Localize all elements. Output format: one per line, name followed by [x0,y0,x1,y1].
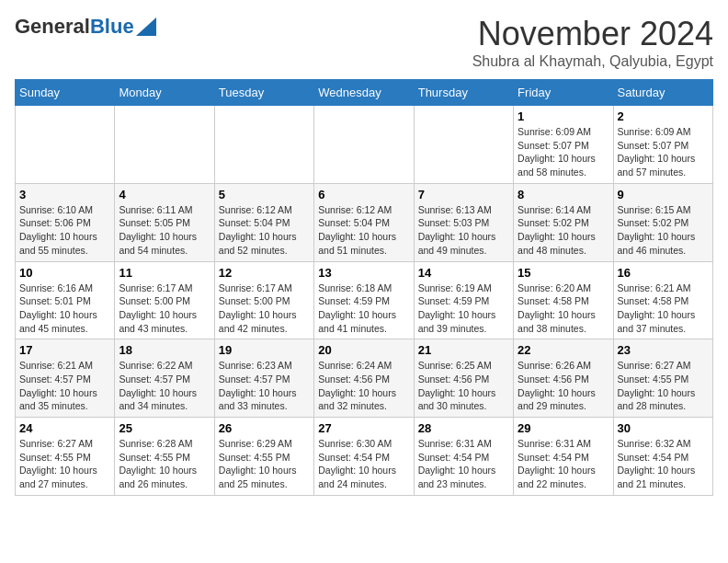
day-number: 19 [219,343,310,357]
day-number: 20 [318,343,409,357]
month-title: November 2024 [472,15,713,53]
calendar-cell: 9Sunrise: 6:15 AM Sunset: 5:02 PM Daylig… [613,183,712,261]
day-number: 15 [518,266,609,280]
day-number: 3 [19,188,110,201]
calendar-cell: 14Sunrise: 6:19 AM Sunset: 4:59 PM Dayli… [414,261,513,339]
calendar-cell: 10Sunrise: 6:16 AM Sunset: 5:01 PM Dayli… [16,261,115,339]
day-info: Sunrise: 6:24 AM Sunset: 4:56 PM Dayligh… [318,359,409,413]
day-info: Sunrise: 6:30 AM Sunset: 4:54 PM Dayligh… [318,437,409,491]
day-info: Sunrise: 6:14 AM Sunset: 5:02 PM Dayligh… [518,203,609,258]
day-number: 9 [618,188,709,201]
day-info: Sunrise: 6:31 AM Sunset: 4:54 PM Dayligh… [418,437,509,491]
day-info: Sunrise: 6:26 AM Sunset: 4:56 PM Dayligh… [518,359,609,413]
location: Shubra al Khaymah, Qalyubia, Egypt [472,53,713,70]
day-info: Sunrise: 6:13 AM Sunset: 5:03 PM Dayligh… [418,203,509,258]
weekday-header: Tuesday [214,80,313,106]
weekday-header: Friday [514,80,613,106]
day-number: 16 [618,266,709,280]
calendar-cell: 7Sunrise: 6:13 AM Sunset: 5:03 PM Daylig… [414,183,513,261]
calendar-cell: 28Sunrise: 6:31 AM Sunset: 4:54 PM Dayli… [414,418,513,496]
day-info: Sunrise: 6:12 AM Sunset: 5:04 PM Dayligh… [318,203,409,258]
day-info: Sunrise: 6:18 AM Sunset: 4:59 PM Dayligh… [318,282,409,336]
day-number: 22 [518,343,609,357]
day-number: 28 [418,421,509,435]
day-info: Sunrise: 6:11 AM Sunset: 5:05 PM Dayligh… [119,203,210,258]
day-number: 8 [518,188,609,201]
day-number: 30 [618,421,709,435]
day-info: Sunrise: 6:31 AM Sunset: 4:54 PM Dayligh… [518,437,609,491]
calendar-cell: 27Sunrise: 6:30 AM Sunset: 4:54 PM Dayli… [314,418,414,496]
calendar-cell: 21Sunrise: 6:25 AM Sunset: 4:56 PM Dayli… [414,339,513,418]
day-number: 26 [219,421,310,435]
logo-icon [136,17,156,36]
day-number: 11 [119,266,210,280]
logo-general: General [15,15,90,39]
day-number: 12 [219,266,310,280]
day-number: 18 [119,343,210,357]
day-info: Sunrise: 6:23 AM Sunset: 4:57 PM Dayligh… [219,359,310,413]
calendar-cell [115,106,214,184]
calendar-cell: 19Sunrise: 6:23 AM Sunset: 4:57 PM Dayli… [214,339,313,418]
day-info: Sunrise: 6:16 AM Sunset: 5:01 PM Dayligh… [19,282,110,336]
calendar-cell: 6Sunrise: 6:12 AM Sunset: 5:04 PM Daylig… [314,183,414,261]
day-number: 14 [418,266,509,280]
day-info: Sunrise: 6:27 AM Sunset: 4:55 PM Dayligh… [19,437,110,491]
calendar-cell: 8Sunrise: 6:14 AM Sunset: 5:02 PM Daylig… [514,183,613,261]
calendar-cell: 12Sunrise: 6:17 AM Sunset: 5:00 PM Dayli… [214,261,313,339]
weekday-header: Monday [115,80,214,106]
day-number: 23 [618,343,709,357]
calendar-cell: 17Sunrise: 6:21 AM Sunset: 4:57 PM Dayli… [16,339,115,418]
calendar-cell: 20Sunrise: 6:24 AM Sunset: 4:56 PM Dayli… [314,339,414,418]
day-info: Sunrise: 6:27 AM Sunset: 4:55 PM Dayligh… [618,359,709,413]
weekday-header: Sunday [16,80,115,106]
day-number: 13 [318,266,409,280]
calendar-week-row: 17Sunrise: 6:21 AM Sunset: 4:57 PM Dayli… [16,339,713,418]
logo: GeneralBlue [15,15,156,39]
day-number: 21 [418,343,509,357]
title-block: November 2024 Shubra al Khaymah, Qalyubi… [472,15,713,70]
day-info: Sunrise: 6:25 AM Sunset: 4:56 PM Dayligh… [418,359,509,413]
day-info: Sunrise: 6:21 AM Sunset: 4:57 PM Dayligh… [19,359,110,413]
day-info: Sunrise: 6:10 AM Sunset: 5:06 PM Dayligh… [19,203,110,258]
day-number: 17 [19,343,110,357]
calendar-cell: 2Sunrise: 6:09 AM Sunset: 5:07 PM Daylig… [613,106,712,184]
calendar-week-row: 24Sunrise: 6:27 AM Sunset: 4:55 PM Dayli… [16,418,713,496]
day-number: 29 [518,421,609,435]
day-info: Sunrise: 6:32 AM Sunset: 4:54 PM Dayligh… [618,437,709,491]
day-number: 27 [318,421,409,435]
calendar-cell [214,106,313,184]
calendar-cell [16,106,115,184]
day-info: Sunrise: 6:09 AM Sunset: 5:07 PM Dayligh… [518,125,609,179]
calendar-cell [314,106,414,184]
calendar-cell: 13Sunrise: 6:18 AM Sunset: 4:59 PM Dayli… [314,261,414,339]
day-number: 6 [318,188,409,201]
day-info: Sunrise: 6:22 AM Sunset: 4:57 PM Dayligh… [119,359,210,413]
calendar-cell: 4Sunrise: 6:11 AM Sunset: 5:05 PM Daylig… [115,183,214,261]
day-info: Sunrise: 6:15 AM Sunset: 5:02 PM Dayligh… [618,203,709,258]
calendar-header-row: SundayMondayTuesdayWednesdayThursdayFrid… [16,80,713,106]
weekday-header: Thursday [414,80,513,106]
calendar-cell: 15Sunrise: 6:20 AM Sunset: 4:58 PM Dayli… [514,261,613,339]
day-info: Sunrise: 6:09 AM Sunset: 5:07 PM Dayligh… [618,125,709,179]
day-info: Sunrise: 6:29 AM Sunset: 4:55 PM Dayligh… [219,437,310,491]
calendar-cell: 29Sunrise: 6:31 AM Sunset: 4:54 PM Dayli… [514,418,613,496]
calendar-cell: 30Sunrise: 6:32 AM Sunset: 4:54 PM Dayli… [613,418,712,496]
day-number: 1 [518,109,609,123]
day-info: Sunrise: 6:19 AM Sunset: 4:59 PM Dayligh… [418,282,509,336]
calendar-cell: 22Sunrise: 6:26 AM Sunset: 4:56 PM Dayli… [514,339,613,418]
day-info: Sunrise: 6:28 AM Sunset: 4:55 PM Dayligh… [119,437,210,491]
calendar-cell: 11Sunrise: 6:17 AM Sunset: 5:00 PM Dayli… [115,261,214,339]
calendar-cell: 26Sunrise: 6:29 AM Sunset: 4:55 PM Dayli… [214,418,313,496]
day-info: Sunrise: 6:21 AM Sunset: 4:58 PM Dayligh… [618,282,709,336]
calendar-cell: 3Sunrise: 6:10 AM Sunset: 5:06 PM Daylig… [16,183,115,261]
day-info: Sunrise: 6:20 AM Sunset: 4:58 PM Dayligh… [518,282,609,336]
calendar-table: SundayMondayTuesdayWednesdayThursdayFrid… [15,79,713,496]
calendar-cell: 5Sunrise: 6:12 AM Sunset: 5:04 PM Daylig… [214,183,313,261]
calendar-week-row: 3Sunrise: 6:10 AM Sunset: 5:06 PM Daylig… [16,183,713,261]
calendar-cell: 23Sunrise: 6:27 AM Sunset: 4:55 PM Dayli… [613,339,712,418]
day-number: 10 [19,266,110,280]
calendar-cell [414,106,513,184]
svg-marker-0 [136,17,156,36]
logo-blue: Blue [90,15,134,39]
calendar-cell: 18Sunrise: 6:22 AM Sunset: 4:57 PM Dayli… [115,339,214,418]
